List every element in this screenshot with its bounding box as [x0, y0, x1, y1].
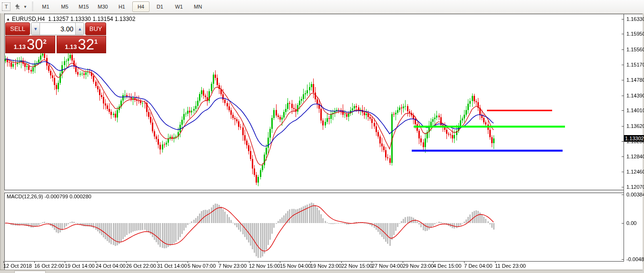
sell-price-display[interactable]: 1.13 30 2: [5, 36, 55, 53]
sell-button[interactable]: SELL: [5, 22, 30, 35]
time-scale-label: 27 Nov 04:00: [372, 263, 403, 269]
price-scale-label: 1.15950: [626, 31, 644, 37]
time-scale-label: 24 Oct 04:00: [96, 263, 126, 269]
chart-title: ▲EURUSD,H4 1.13257 1.13330 1.13154 1.133…: [6, 16, 135, 22]
price-scale-label: 1.16330: [626, 16, 644, 22]
time-scale-label: 7 Dec 04:00: [464, 263, 492, 269]
horizontal-scrollbar[interactable]: [14, 271, 46, 273]
symbol-period-label: EURUSD,H4: [12, 16, 45, 22]
time-scale-label: 22 Nov 15:00: [341, 263, 372, 269]
pane-divider[interactable]: [4, 190, 624, 193]
buy-button[interactable]: BUY: [85, 22, 106, 35]
macd-scale-label: 0.00: [626, 220, 636, 226]
price-scale-label: 1.13620: [626, 123, 644, 129]
time-scale-label: 12 Oct 2018: [3, 263, 32, 269]
time-scale-label: 5 Nov 07:00: [188, 263, 216, 269]
volume-input[interactable]: [40, 23, 75, 35]
price-scale-label: 1.15560: [626, 47, 644, 52]
macd-indicator-label: MACD(12,26,9) -0.000799 0.000280: [7, 194, 91, 199]
time-scale-label: 16 Oct 22:00: [34, 263, 64, 269]
price-scale-label: 1.14780: [626, 77, 644, 83]
bottom-window-edge: [0, 270, 644, 273]
time-scale-label: 31 Oct 14:00: [157, 263, 187, 269]
volume-stepper: ▼ ▲: [31, 22, 84, 35]
volume-increase-icon[interactable]: ▲: [75, 23, 84, 35]
time-scale-label: 4 Dec 15:00: [433, 263, 461, 269]
time-scale-label: 7 Nov 23:00: [218, 263, 247, 269]
ohlc-values: 1.13257 1.13330 1.13154 1.13302: [48, 16, 136, 22]
time-scale-label: 12 Nov 15:00: [249, 263, 280, 269]
macd-scale-label: -0.004856: [626, 256, 644, 262]
buy-price-prefix: 1.13: [65, 43, 77, 50]
time-scale-label: 11 Dec 23:00: [495, 263, 526, 269]
time-scale-label: 15 Nov 04:00: [280, 263, 311, 269]
price-scale-label: 1.12070: [626, 184, 644, 190]
symbol-marker-icon: ▲: [6, 17, 10, 21]
one-click-trading-panel: SELL ▼ ▲ BUY 1.13 30 2 1.13 32 1: [5, 22, 106, 53]
buy-price-main: 32: [78, 38, 94, 52]
price-scale-label: 1.12460: [626, 169, 644, 175]
sell-price-pip: 2: [43, 38, 47, 45]
price-scale-label: 1.14010: [626, 107, 644, 113]
current-price-tag: 1.13302: [624, 135, 644, 142]
buy-price-pip: 1: [94, 38, 98, 45]
volume-decrease-icon[interactable]: ▼: [31, 23, 40, 35]
sell-price-main: 30: [27, 38, 43, 52]
sell-price-prefix: 1.13: [14, 43, 26, 50]
macd-scale-label: 0.003847: [626, 192, 644, 197]
price-scale-label: 1.12840: [626, 154, 644, 159]
price-scale-label: 1.15170: [626, 62, 644, 68]
mt4-window: T ▼ M1M5M15M30H1H4D1W1MN ▲EURUSD,H4 1.13…: [0, 0, 644, 273]
time-scale-label: 29 Nov 23:00: [403, 263, 434, 269]
buy-price-display[interactable]: 1.13 32 1: [57, 36, 107, 53]
time-scale-label: 19 Nov 23:00: [310, 263, 341, 269]
time-scale-label: 26 Oct 22:00: [126, 263, 156, 269]
time-scale-label: 19 Oct 14:00: [65, 263, 95, 269]
macd-bottom-border: [4, 261, 624, 262]
price-scale-label: 1.14390: [626, 93, 644, 98]
